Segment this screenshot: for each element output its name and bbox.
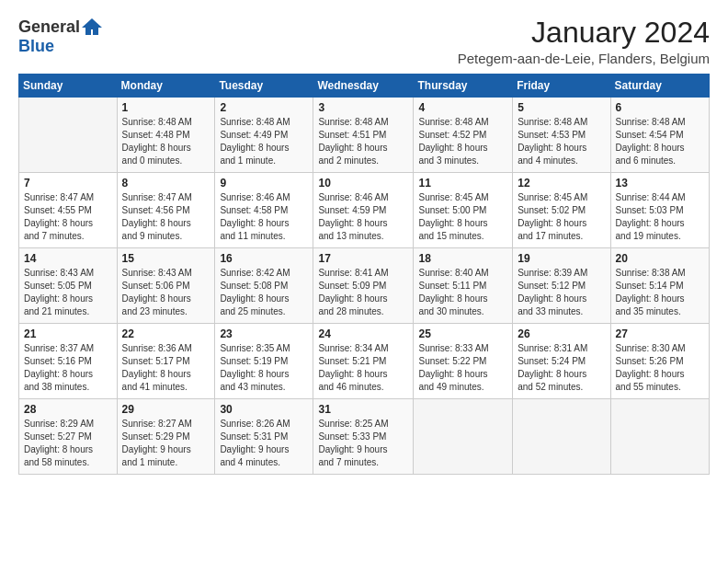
day-number: 13: [616, 177, 704, 190]
table-cell: 7Sunrise: 8:47 AM Sunset: 4:55 PM Daylig…: [19, 173, 118, 248]
day-number: 19: [518, 252, 605, 265]
table-cell: 15Sunrise: 8:43 AM Sunset: 5:06 PM Dayli…: [117, 248, 215, 324]
col-friday: Friday: [513, 75, 610, 98]
table-cell: 11Sunrise: 8:45 AM Sunset: 5:00 PM Dayli…: [414, 173, 513, 248]
day-number: 5: [518, 101, 605, 114]
table-cell: 12Sunrise: 8:45 AM Sunset: 5:02 PM Dayli…: [513, 173, 610, 248]
day-info: Sunrise: 8:29 AM Sunset: 5:27 PM Dayligh…: [24, 418, 112, 469]
week-row-4: 28Sunrise: 8:29 AM Sunset: 5:27 PM Dayli…: [19, 399, 710, 475]
day-number: 1: [122, 101, 210, 114]
day-info: Sunrise: 8:40 AM Sunset: 5:11 PM Dayligh…: [418, 267, 507, 318]
table-cell: 16Sunrise: 8:42 AM Sunset: 5:08 PM Dayli…: [215, 248, 313, 324]
day-info: Sunrise: 8:45 AM Sunset: 5:00 PM Dayligh…: [418, 191, 507, 243]
logo-blue-text: Blue: [18, 37, 54, 56]
day-number: 2: [220, 101, 308, 114]
table-cell: 25Sunrise: 8:33 AM Sunset: 5:22 PM Dayli…: [414, 324, 513, 399]
day-info: Sunrise: 8:30 AM Sunset: 5:26 PM Dayligh…: [616, 342, 704, 394]
month-title: January 2024: [458, 17, 710, 49]
table-cell: 19Sunrise: 8:39 AM Sunset: 5:12 PM Dayli…: [513, 248, 610, 324]
day-number: 25: [418, 327, 507, 340]
day-number: 10: [318, 177, 408, 190]
week-row-3: 21Sunrise: 8:37 AM Sunset: 5:16 PM Dayli…: [19, 324, 710, 399]
table-cell: [610, 399, 709, 475]
table-cell: 2Sunrise: 8:48 AM Sunset: 4:49 PM Daylig…: [215, 98, 313, 173]
day-number: 4: [418, 101, 507, 114]
table-cell: [414, 399, 513, 475]
day-number: 31: [318, 403, 408, 416]
table-cell: 21Sunrise: 8:37 AM Sunset: 5:16 PM Dayli…: [19, 324, 118, 399]
day-number: 6: [616, 101, 704, 114]
table-cell: 31Sunrise: 8:25 AM Sunset: 5:33 PM Dayli…: [313, 399, 414, 475]
col-thursday: Thursday: [414, 75, 513, 98]
table-cell: 4Sunrise: 8:48 AM Sunset: 4:52 PM Daylig…: [414, 98, 513, 173]
col-tuesday: Tuesday: [215, 75, 313, 98]
day-number: 24: [318, 327, 408, 340]
day-number: 27: [616, 327, 704, 340]
day-info: Sunrise: 8:46 AM Sunset: 4:58 PM Dayligh…: [220, 191, 308, 243]
table-cell: 9Sunrise: 8:46 AM Sunset: 4:58 PM Daylig…: [215, 173, 313, 248]
day-number: 14: [24, 252, 112, 265]
day-number: 11: [418, 177, 507, 190]
day-number: 22: [122, 327, 210, 340]
day-number: 18: [418, 252, 507, 265]
table-cell: 13Sunrise: 8:44 AM Sunset: 5:03 PM Dayli…: [610, 173, 709, 248]
col-saturday: Saturday: [610, 75, 709, 98]
calendar-header-row: Sunday Monday Tuesday Wednesday Thursday…: [19, 75, 710, 98]
day-number: 21: [24, 327, 112, 340]
table-cell: [513, 399, 610, 475]
day-info: Sunrise: 8:25 AM Sunset: 5:33 PM Dayligh…: [318, 418, 408, 469]
day-info: Sunrise: 8:36 AM Sunset: 5:17 PM Dayligh…: [122, 342, 210, 394]
logo: General Blue: [18, 17, 102, 56]
day-number: 30: [220, 403, 308, 416]
table-cell: 22Sunrise: 8:36 AM Sunset: 5:17 PM Dayli…: [117, 324, 215, 399]
day-info: Sunrise: 8:48 AM Sunset: 4:51 PM Dayligh…: [318, 116, 408, 167]
location: Petegem-aan-de-Leie, Flanders, Belgium: [458, 51, 710, 66]
table-cell: 6Sunrise: 8:48 AM Sunset: 4:54 PM Daylig…: [610, 98, 709, 173]
title-section: January 2024 Petegem-aan-de-Leie, Flande…: [458, 17, 710, 66]
table-cell: 17Sunrise: 8:41 AM Sunset: 5:09 PM Dayli…: [313, 248, 414, 324]
day-info: Sunrise: 8:48 AM Sunset: 4:52 PM Dayligh…: [418, 116, 507, 167]
page: General Blue January 2024 Petegem-aan-de…: [0, 0, 728, 563]
week-row-2: 14Sunrise: 8:43 AM Sunset: 5:05 PM Dayli…: [19, 248, 710, 324]
table-cell: 30Sunrise: 8:26 AM Sunset: 5:31 PM Dayli…: [215, 399, 313, 475]
table-cell: 28Sunrise: 8:29 AM Sunset: 5:27 PM Dayli…: [19, 399, 118, 475]
day-info: Sunrise: 8:48 AM Sunset: 4:49 PM Dayligh…: [220, 116, 308, 167]
day-number: 29: [122, 403, 210, 416]
table-cell: 1Sunrise: 8:48 AM Sunset: 4:48 PM Daylig…: [117, 98, 215, 173]
logo-general-text: General: [18, 17, 80, 37]
day-info: Sunrise: 8:26 AM Sunset: 5:31 PM Dayligh…: [220, 418, 308, 469]
day-info: Sunrise: 8:31 AM Sunset: 5:24 PM Dayligh…: [518, 342, 605, 394]
header: General Blue January 2024 Petegem-aan-de…: [18, 17, 710, 66]
day-info: Sunrise: 8:35 AM Sunset: 5:19 PM Dayligh…: [220, 342, 308, 394]
table-cell: 14Sunrise: 8:43 AM Sunset: 5:05 PM Dayli…: [19, 248, 118, 324]
table-cell: 23Sunrise: 8:35 AM Sunset: 5:19 PM Dayli…: [215, 324, 313, 399]
col-monday: Monday: [117, 75, 215, 98]
day-number: 16: [220, 252, 308, 265]
day-number: 20: [616, 252, 704, 265]
day-info: Sunrise: 8:48 AM Sunset: 4:48 PM Dayligh…: [122, 116, 210, 167]
day-info: Sunrise: 8:33 AM Sunset: 5:22 PM Dayligh…: [418, 342, 507, 394]
day-number: 17: [318, 252, 408, 265]
table-cell: 27Sunrise: 8:30 AM Sunset: 5:26 PM Dayli…: [610, 324, 709, 399]
day-info: Sunrise: 8:39 AM Sunset: 5:12 PM Dayligh…: [518, 267, 605, 318]
table-cell: 8Sunrise: 8:47 AM Sunset: 4:56 PM Daylig…: [117, 173, 215, 248]
day-info: Sunrise: 8:42 AM Sunset: 5:08 PM Dayligh…: [220, 267, 308, 318]
day-info: Sunrise: 8:37 AM Sunset: 5:16 PM Dayligh…: [24, 342, 112, 394]
day-number: 28: [24, 403, 112, 416]
day-info: Sunrise: 8:48 AM Sunset: 4:53 PM Dayligh…: [518, 116, 605, 167]
table-cell: 5Sunrise: 8:48 AM Sunset: 4:53 PM Daylig…: [513, 98, 610, 173]
day-info: Sunrise: 8:47 AM Sunset: 4:55 PM Dayligh…: [24, 191, 112, 243]
day-number: 26: [518, 327, 605, 340]
day-number: 15: [122, 252, 210, 265]
day-number: 23: [220, 327, 308, 340]
table-cell: 3Sunrise: 8:48 AM Sunset: 4:51 PM Daylig…: [313, 98, 414, 173]
logo-icon: [82, 17, 102, 37]
day-info: Sunrise: 8:45 AM Sunset: 5:02 PM Dayligh…: [518, 191, 605, 243]
day-number: 3: [318, 101, 408, 114]
day-info: Sunrise: 8:43 AM Sunset: 5:06 PM Dayligh…: [122, 267, 210, 318]
table-cell: 24Sunrise: 8:34 AM Sunset: 5:21 PM Dayli…: [313, 324, 414, 399]
table-cell: 29Sunrise: 8:27 AM Sunset: 5:29 PM Dayli…: [117, 399, 215, 475]
day-info: Sunrise: 8:27 AM Sunset: 5:29 PM Dayligh…: [122, 418, 210, 469]
day-info: Sunrise: 8:38 AM Sunset: 5:14 PM Dayligh…: [616, 267, 704, 318]
week-row-0: 1Sunrise: 8:48 AM Sunset: 4:48 PM Daylig…: [19, 98, 710, 173]
